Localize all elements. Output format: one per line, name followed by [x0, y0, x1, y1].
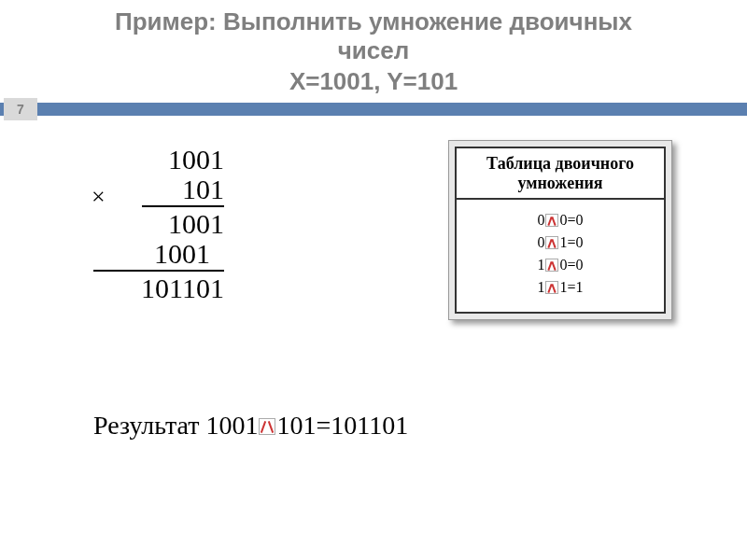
header-bar [0, 103, 747, 116]
table-body: 00=0 01=0 10=0 11=1 [457, 200, 664, 312]
table-row: 10=0 [460, 254, 660, 276]
slide-title: Пример: Выполнить умножение двоичных чис… [0, 0, 747, 97]
title-prefix: Пример [115, 7, 208, 35]
multiplier: 101 [93, 175, 224, 204]
title-line-3: X=1001, Y=101 [0, 67, 747, 96]
multiplication-table-panel: Таблица двоичного умножения 00=0 01=0 10… [448, 140, 672, 320]
multiply-icon: × [92, 184, 106, 209]
broken-image-icon [259, 418, 275, 435]
title-rest: : Выполнить умножение двоичных [208, 7, 632, 35]
multiplicand: 1001 [93, 145, 224, 175]
rule-2 [93, 270, 224, 272]
long-multiplication: × 1001 101 1001 1001 101101 [93, 145, 224, 303]
result-value: 101101 [331, 411, 408, 440]
result-line: Результат 1001101=101101 [93, 411, 408, 441]
broken-image-icon [545, 236, 558, 249]
broken-image-icon [545, 259, 558, 272]
multiplication-table: Таблица двоичного умножения 00=0 01=0 10… [455, 147, 666, 314]
broken-image-icon [545, 281, 558, 294]
partial-1: 1001 [93, 209, 224, 239]
broken-image-icon [545, 214, 558, 227]
rule-1 [142, 205, 224, 207]
table-header-line-2: умножения [517, 174, 602, 192]
product: 101101 [93, 273, 224, 303]
partial-2: 1001 [93, 239, 224, 269]
title-line-1: Пример: Выполнить умножение двоичных [0, 7, 747, 36]
result-label: Результат [93, 411, 199, 440]
page-number: 7 [4, 98, 37, 120]
title-line-2: чисел [0, 36, 747, 65]
table-row: 01=0 [460, 231, 660, 254]
table-header-line-1: Таблица двоичного [486, 154, 634, 173]
equals-sign: = [316, 411, 331, 440]
result-lhs: 1001 [205, 411, 258, 440]
result-rhs: 101 [276, 411, 316, 440]
table-row: 00=0 [460, 209, 660, 231]
table-row: 11=1 [460, 276, 660, 299]
table-header: Таблица двоичного умножения [457, 148, 664, 200]
